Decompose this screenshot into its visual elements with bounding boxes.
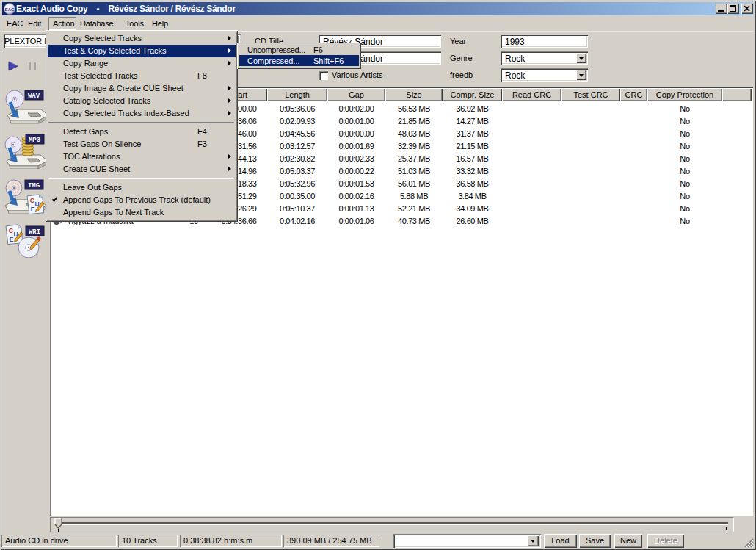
svg-text:C: C <box>9 227 13 234</box>
svg-text:EAC: EAC <box>5 7 15 12</box>
svg-text:WRI: WRI <box>29 228 40 236</box>
svg-text:IMG: IMG <box>28 182 40 189</box>
svg-text:E: E <box>10 236 14 243</box>
svg-text:WAV: WAV <box>28 93 40 100</box>
svg-text:C: C <box>30 197 34 204</box>
svg-text:E: E <box>31 206 35 213</box>
svg-text:MP3: MP3 <box>29 137 40 144</box>
